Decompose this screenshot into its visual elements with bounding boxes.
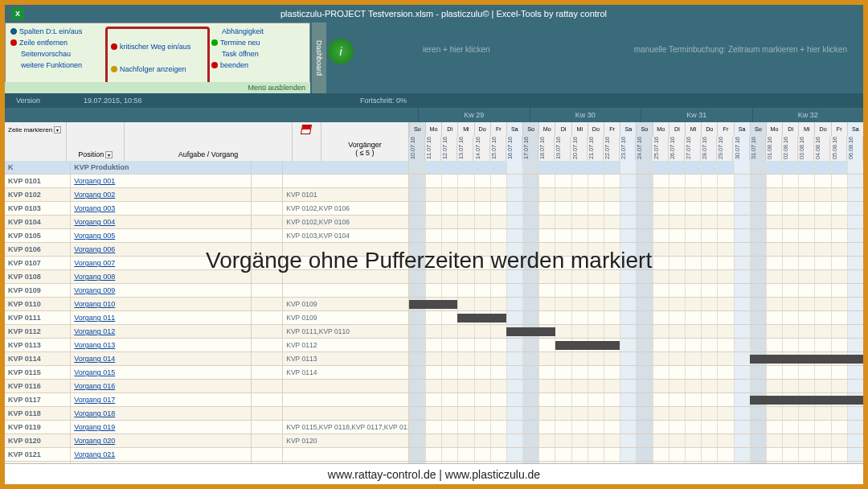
gantt-area[interactable]	[409, 380, 863, 392]
gantt-bar[interactable]	[409, 300, 458, 309]
task-name[interactable]: Vorgang 004	[71, 216, 252, 228]
task-name[interactable]: Vorgang 021	[71, 448, 252, 461]
task-name[interactable]: Vorgang 009	[71, 284, 252, 297]
gantt-bar[interactable]	[750, 396, 863, 405]
task-row[interactable]: KVP 0105Vorgang 005KVP 0103,KVP 0104	[5, 229, 863, 243]
gantt-area[interactable]	[409, 188, 863, 201]
task-row[interactable]: KVP 0107Vorgang 007	[5, 257, 863, 270]
task-row[interactable]: KVP 0109Vorgang 009	[5, 284, 863, 298]
col-position[interactable]: Position▾	[67, 137, 125, 161]
menu-item[interactable]: beenden	[210, 60, 306, 70]
gantt-area[interactable]	[409, 202, 863, 215]
menu-item[interactable]: Termine neu	[210, 38, 306, 47]
gantt-area[interactable]	[409, 270, 863, 283]
gantt-area[interactable]	[409, 175, 863, 187]
task-name[interactable]: Vorgang 011	[71, 311, 252, 324]
task-name[interactable]: Vorgang 003	[71, 202, 252, 215]
task-row[interactable]: KVP 0114Vorgang 014KVP 0113	[5, 352, 863, 366]
gantt-bar[interactable]	[555, 341, 620, 350]
task-row[interactable]: KVP 0115Vorgang 015KVP 0114	[5, 366, 863, 380]
menu-item[interactable]: Seitenvorschau	[9, 49, 105, 59]
task-row[interactable]: KVP 0104Vorgang 004KVP 0102,KVP 0106	[5, 216, 863, 229]
task-table[interactable]: KKVP ProduktionKVP 0101Vorgang 001KVP 01…	[5, 161, 863, 463]
task-row[interactable]: KVP 0120Vorgang 020KVP 0120	[5, 434, 863, 448]
task-name[interactable]: Vorgang 007	[71, 257, 252, 269]
task-row[interactable]: KVP 0108Vorgang 008	[5, 270, 863, 284]
menu-item[interactable]: weitere Funktionen	[9, 60, 105, 70]
task-row[interactable]: KVP 0106Vorgang 006	[5, 243, 863, 257]
task-name[interactable]: Vorgang 017	[71, 393, 252, 406]
menu-item[interactable]: Spalten D:L ein/aus	[9, 27, 105, 36]
info-icon[interactable]: i	[328, 39, 354, 64]
gantt-area[interactable]	[409, 284, 863, 297]
gantt-area[interactable]	[409, 407, 863, 420]
menu-item[interactable]: Task öffnen	[210, 49, 306, 59]
task-row[interactable]: KVP 0103Vorgang 003KVP 0102,KVP 0106	[5, 202, 863, 216]
task-name[interactable]: Vorgang 014	[71, 352, 252, 365]
gantt-area[interactable]	[409, 339, 863, 351]
task-id: KVP 0110	[5, 298, 71, 310]
gantt-area[interactable]	[409, 352, 863, 365]
group-row[interactable]: KKVP Produktion	[5, 161, 863, 175]
task-row[interactable]: KVP 0110Vorgang 010KVP 0109	[5, 298, 863, 311]
menu-item[interactable]: Abhängigkeit	[210, 27, 306, 36]
date-cell: 05.08.16	[831, 137, 847, 161]
gantt-area[interactable]	[409, 325, 863, 338]
task-name[interactable]: Vorgang 016	[71, 380, 252, 392]
chevron-down-icon[interactable]: ▾	[54, 126, 61, 134]
task-name[interactable]: Vorgang 008	[71, 270, 252, 283]
gantt-bar[interactable]	[506, 327, 555, 336]
gantt-area[interactable]	[409, 366, 863, 379]
gantt-area[interactable]	[409, 257, 863, 269]
task-name[interactable]: Vorgang 001	[71, 175, 252, 187]
task-name[interactable]: Vorgang 012	[71, 325, 252, 338]
task-row[interactable]: KVP 0116Vorgang 016	[5, 380, 863, 393]
task-row[interactable]: KVP 0118Vorgang 018	[5, 407, 863, 421]
task-row[interactable]: KVP 0119Vorgang 019KVP 0115,KVP 0118,KVP…	[5, 421, 863, 434]
mark-row-toggle[interactable]: Zeile markieren▾	[5, 122, 67, 137]
date-cell: 20.07.16	[571, 137, 588, 161]
task-row[interactable]: KVP 0121Vorgang 021	[5, 448, 863, 462]
gantt-bar[interactable]	[457, 314, 506, 323]
task-name[interactable]: Vorgang 013	[71, 339, 252, 351]
gantt-area[interactable]	[409, 393, 863, 406]
task-name[interactable]: Vorgang 010	[71, 298, 252, 310]
menu-item[interactable]: Nachfolger anzeigen	[109, 64, 206, 74]
menu-item[interactable]	[109, 53, 206, 63]
task-pred: KVP 0109	[283, 311, 409, 324]
menu-item[interactable]	[109, 31, 206, 40]
task-name[interactable]: Vorgang 020	[71, 434, 252, 447]
task-row[interactable]: KVP 0112Vorgang 012KVP 0111,KVP 0110	[5, 325, 863, 339]
chevron-down-icon[interactable]: ▾	[105, 151, 113, 158]
gantt-area[interactable]	[409, 448, 863, 461]
menu-item[interactable]: Zeile entfernen	[9, 38, 105, 47]
gantt-area[interactable]	[409, 216, 863, 228]
gantt-area[interactable]	[409, 298, 863, 310]
task-name[interactable]: Vorgang 005	[71, 229, 252, 242]
task-name[interactable]: Vorgang 019	[71, 421, 252, 434]
task-name[interactable]: Vorgang 002	[71, 188, 252, 201]
task-name[interactable]: Vorgang 018	[71, 407, 252, 420]
menu-hide[interactable]: Menü ausblenden	[5, 82, 310, 93]
gantt-area[interactable]	[409, 243, 863, 256]
dashboard-tab[interactable]: Dashboard	[312, 23, 326, 93]
flag-icon[interactable]	[301, 125, 312, 134]
date-cell: 31.07.16	[750, 137, 766, 161]
gantt-area[interactable]	[409, 421, 863, 434]
menu-item[interactable]: kritischer Weg ein/aus	[109, 42, 206, 51]
task-name[interactable]: Vorgang 015	[71, 366, 252, 379]
gantt-area[interactable]	[409, 311, 863, 324]
task-name[interactable]: Vorgang 006	[71, 243, 252, 256]
col-vorgaenger[interactable]: Vorgänger( ≤ 5 )	[321, 137, 409, 161]
gantt-bar[interactable]	[750, 355, 863, 364]
task-row[interactable]: KVP 0113Vorgang 013KVP 0112	[5, 339, 863, 352]
task-row[interactable]: KVP 0117Vorgang 017	[5, 393, 863, 407]
gantt-area[interactable]	[409, 161, 863, 174]
gantt-area[interactable]	[409, 229, 863, 242]
task-id: KVP 0103	[5, 202, 71, 215]
task-row[interactable]: KVP 0111Vorgang 011KVP 0109	[5, 311, 863, 325]
gantt-area[interactable]	[409, 434, 863, 447]
col-aufgabe[interactable]: Aufgabe / Vorgang	[125, 137, 292, 161]
task-row[interactable]: KVP 0102Vorgang 002KVP 0101	[5, 188, 863, 202]
task-row[interactable]: KVP 0101Vorgang 001	[5, 175, 863, 188]
